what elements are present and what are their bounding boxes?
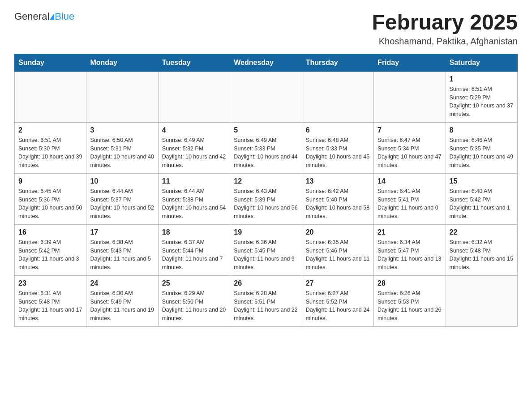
day-info: Sunrise: 6:44 AMSunset: 5:37 PMDaylight:… [90,187,154,221]
calendar-cell [86,71,158,122]
calendar-cell: 22Sunrise: 6:32 AMSunset: 5:48 PMDayligh… [446,224,517,275]
header: General Blue February 2025 Khoshamand, P… [14,11,518,47]
day-info: Sunrise: 6:44 AMSunset: 5:38 PMDaylight:… [162,187,226,221]
calendar-cell: 11Sunrise: 6:44 AMSunset: 5:38 PMDayligh… [158,173,230,224]
calendar-cell: 1Sunrise: 6:51 AMSunset: 5:29 PMDaylight… [446,71,517,122]
day-number: 16 [18,228,82,236]
day-number: 12 [234,177,298,185]
title-area: February 2025 Khoshamand, Paktika, Afgha… [372,11,518,47]
calendar-cell: 19Sunrise: 6:36 AMSunset: 5:45 PMDayligh… [230,224,302,275]
calendar-cell [374,71,446,122]
day-number: 28 [378,279,442,287]
day-number: 5 [234,126,298,134]
day-number: 20 [306,228,370,236]
calendar-cell [302,71,373,122]
day-info: Sunrise: 6:31 AMSunset: 5:48 PMDaylight:… [18,289,82,323]
day-number: 26 [234,279,298,287]
day-number: 3 [90,126,154,134]
day-info: Sunrise: 6:36 AMSunset: 5:45 PMDaylight:… [234,238,298,272]
day-info: Sunrise: 6:51 AMSunset: 5:29 PMDaylight:… [450,85,514,119]
calendar-cell [230,71,302,122]
calendar-week-row: 23Sunrise: 6:31 AMSunset: 5:48 PMDayligh… [15,275,518,326]
logo: General Blue [14,11,74,22]
day-info: Sunrise: 6:38 AMSunset: 5:43 PMDaylight:… [90,238,154,272]
day-info: Sunrise: 6:50 AMSunset: 5:31 PMDaylight:… [90,136,154,170]
day-number: 2 [18,126,82,134]
calendar-cell: 10Sunrise: 6:44 AMSunset: 5:37 PMDayligh… [86,173,158,224]
calendar-cell: 16Sunrise: 6:39 AMSunset: 5:42 PMDayligh… [15,224,86,275]
day-info: Sunrise: 6:51 AMSunset: 5:30 PMDaylight:… [18,136,82,170]
day-info: Sunrise: 6:42 AMSunset: 5:40 PMDaylight:… [306,187,370,221]
header-sunday: Sunday [15,54,86,71]
day-number: 8 [450,126,514,134]
calendar-week-row: 9Sunrise: 6:45 AMSunset: 5:36 PMDaylight… [15,173,518,224]
calendar-week-row: 16Sunrise: 6:39 AMSunset: 5:42 PMDayligh… [15,224,518,275]
day-number: 22 [450,228,514,236]
day-number: 14 [378,177,442,185]
calendar-week-row: 1Sunrise: 6:51 AMSunset: 5:29 PMDaylight… [15,71,518,122]
calendar-cell: 7Sunrise: 6:47 AMSunset: 5:34 PMDaylight… [374,122,446,173]
day-number: 27 [306,279,370,287]
day-number: 18 [162,228,226,236]
day-number: 10 [90,177,154,185]
calendar-cell: 13Sunrise: 6:42 AMSunset: 5:40 PMDayligh… [302,173,373,224]
day-number: 9 [18,177,82,185]
header-friday: Friday [374,54,446,71]
day-number: 6 [306,126,370,134]
day-number: 13 [306,177,370,185]
day-info: Sunrise: 6:30 AMSunset: 5:49 PMDaylight:… [90,289,154,323]
calendar-table: Sunday Monday Tuesday Wednesday Thursday… [14,54,518,327]
day-info: Sunrise: 6:27 AMSunset: 5:52 PMDaylight:… [306,289,370,323]
calendar-week-row: 2Sunrise: 6:51 AMSunset: 5:30 PMDaylight… [15,122,518,173]
day-info: Sunrise: 6:26 AMSunset: 5:53 PMDaylight:… [378,289,442,323]
calendar-cell: 18Sunrise: 6:37 AMSunset: 5:44 PMDayligh… [158,224,230,275]
day-info: Sunrise: 6:32 AMSunset: 5:48 PMDaylight:… [450,238,514,272]
calendar-cell: 20Sunrise: 6:35 AMSunset: 5:46 PMDayligh… [302,224,373,275]
calendar-cell: 17Sunrise: 6:38 AMSunset: 5:43 PMDayligh… [86,224,158,275]
header-saturday: Saturday [446,54,517,71]
day-number: 25 [162,279,226,287]
calendar-header: Sunday Monday Tuesday Wednesday Thursday… [15,54,518,71]
calendar-cell: 24Sunrise: 6:30 AMSunset: 5:49 PMDayligh… [86,275,158,326]
calendar-cell: 9Sunrise: 6:45 AMSunset: 5:36 PMDaylight… [15,173,86,224]
logo-triangle-icon [50,13,54,20]
day-number: 11 [162,177,226,185]
calendar-cell [446,275,517,326]
header-wednesday: Wednesday [230,54,302,71]
calendar-cell: 6Sunrise: 6:48 AMSunset: 5:33 PMDaylight… [302,122,373,173]
day-info: Sunrise: 6:49 AMSunset: 5:32 PMDaylight:… [162,136,226,170]
logo-blue-text: Blue [55,11,74,22]
calendar-cell: 28Sunrise: 6:26 AMSunset: 5:53 PMDayligh… [374,275,446,326]
day-number: 19 [234,228,298,236]
calendar-cell: 2Sunrise: 6:51 AMSunset: 5:30 PMDaylight… [15,122,86,173]
day-number: 15 [450,177,514,185]
calendar-cell: 4Sunrise: 6:49 AMSunset: 5:32 PMDaylight… [158,122,230,173]
day-number: 4 [162,126,226,134]
calendar-cell [15,71,86,122]
logo-general-text: General [14,11,49,22]
calendar-cell: 14Sunrise: 6:41 AMSunset: 5:41 PMDayligh… [374,173,446,224]
calendar-cell [158,71,230,122]
day-info: Sunrise: 6:48 AMSunset: 5:33 PMDaylight:… [306,136,370,170]
day-info: Sunrise: 6:43 AMSunset: 5:39 PMDaylight:… [234,187,298,221]
header-tuesday: Tuesday [158,54,230,71]
header-thursday: Thursday [302,54,373,71]
calendar-cell: 8Sunrise: 6:46 AMSunset: 5:35 PMDaylight… [446,122,517,173]
day-number: 24 [90,279,154,287]
day-info: Sunrise: 6:40 AMSunset: 5:42 PMDaylight:… [450,187,514,221]
day-info: Sunrise: 6:47 AMSunset: 5:34 PMDaylight:… [378,136,442,170]
day-info: Sunrise: 6:45 AMSunset: 5:36 PMDaylight:… [18,187,82,221]
calendar-cell: 15Sunrise: 6:40 AMSunset: 5:42 PMDayligh… [446,173,517,224]
day-info: Sunrise: 6:35 AMSunset: 5:46 PMDaylight:… [306,238,370,272]
header-monday: Monday [86,54,158,71]
calendar-cell: 23Sunrise: 6:31 AMSunset: 5:48 PMDayligh… [15,275,86,326]
day-number: 23 [18,279,82,287]
day-info: Sunrise: 6:41 AMSunset: 5:41 PMDaylight:… [378,187,442,221]
header-row: Sunday Monday Tuesday Wednesday Thursday… [15,54,518,71]
calendar-cell: 21Sunrise: 6:34 AMSunset: 5:47 PMDayligh… [374,224,446,275]
day-info: Sunrise: 6:39 AMSunset: 5:42 PMDaylight:… [18,238,82,272]
day-info: Sunrise: 6:37 AMSunset: 5:44 PMDaylight:… [162,238,226,272]
day-number: 21 [378,228,442,236]
day-number: 7 [378,126,442,134]
day-number: 1 [450,75,514,83]
